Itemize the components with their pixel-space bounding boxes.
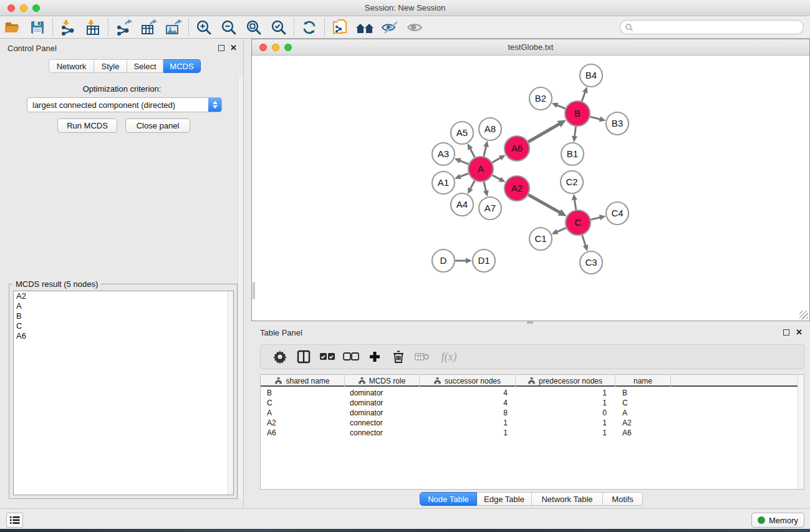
search-field[interactable] — [620, 20, 804, 34]
eye-button[interactable] — [402, 17, 427, 37]
task-history-button[interactable] — [6, 513, 23, 528]
import-network-button[interactable] — [55, 17, 80, 37]
graph-edge[interactable] — [459, 173, 468, 177]
dropdown-stepper-icon[interactable] — [208, 98, 221, 112]
table-settings-button[interactable] — [268, 347, 292, 367]
table-cell[interactable]: connector — [345, 418, 420, 428]
table-cell[interactable]: 1 — [420, 428, 516, 438]
zoom-fit-button[interactable] — [241, 17, 266, 37]
network-graph[interactable]: B4B2BB3B1A5A8A6A3AA1A4A7A2C2CC4C1C3DD1 — [252, 56, 809, 321]
table-cell[interactable]: 1 — [516, 398, 615, 408]
table-cell[interactable]: dominator — [345, 408, 420, 418]
table-cell[interactable]: 8 — [420, 408, 516, 418]
table-row[interactable]: A6connector11A6 — [261, 428, 798, 438]
tab-motifs[interactable]: Motifs — [603, 492, 643, 506]
save-session-button[interactable] — [25, 17, 50, 37]
close-panel-icon[interactable]: ✕ — [230, 43, 237, 52]
tab-network[interactable]: Network — [49, 59, 94, 73]
table-cell[interactable]: B — [615, 388, 671, 398]
mcds-result-item[interactable]: A6 — [14, 331, 233, 341]
export-image-button[interactable] — [161, 17, 186, 37]
table-cell[interactable]: 4 — [420, 398, 516, 408]
table-row[interactable]: A2connector11A2 — [261, 418, 798, 428]
table-row[interactable]: Adominator80A — [261, 408, 798, 418]
tab-node-table[interactable]: Node Table — [420, 492, 477, 506]
float-panel-icon[interactable] — [218, 45, 224, 51]
split-columns-button[interactable] — [292, 347, 316, 367]
graph-edge[interactable] — [484, 145, 486, 156]
table-row[interactable]: Cdominator41C — [261, 398, 798, 408]
column-header-shared-name[interactable]: shared name — [261, 375, 345, 387]
table-cell[interactable]: A — [615, 408, 671, 418]
graph-edge[interactable] — [574, 127, 576, 137]
graph-edge[interactable] — [528, 195, 561, 213]
column-header-mcds-role[interactable]: MCDS role — [345, 375, 420, 387]
table-cell[interactable]: connector — [345, 428, 420, 438]
table-cell[interactable]: A6 — [261, 428, 345, 438]
graph-edge[interactable] — [470, 181, 475, 190]
open-session-button[interactable] — [0, 17, 25, 37]
delete-column-button[interactable] — [387, 347, 410, 367]
eye-slash-button[interactable] — [377, 17, 402, 37]
graph-edge[interactable] — [556, 105, 566, 109]
table-cell[interactable]: B — [261, 388, 345, 398]
network-canvas[interactable]: B4B2BB3B1A5A8A6A3AA1A4A7A2C2CC4C1C3DD1 — [252, 56, 809, 321]
zoom-in-button[interactable] — [191, 17, 216, 37]
table-row[interactable]: Bdominator41B — [261, 388, 798, 398]
table-cell[interactable]: 1 — [516, 428, 615, 438]
close-table-panel-icon[interactable]: ✕ — [796, 327, 803, 337]
column-header-name[interactable]: name — [615, 375, 671, 387]
mcds-result-list[interactable]: A2ABCA6 — [13, 291, 234, 495]
column-header-successor-nodes[interactable]: successor nodes — [420, 375, 516, 387]
tab-network-table[interactable]: Network Table — [532, 492, 603, 506]
graph-edge[interactable] — [591, 217, 600, 220]
graph-edge[interactable] — [574, 199, 576, 210]
table-cell[interactable]: dominator — [345, 398, 420, 408]
graph-edge[interactable] — [484, 181, 486, 191]
graph-edge[interactable] — [590, 117, 600, 119]
document-share-button[interactable] — [327, 17, 352, 37]
list-scrollbar[interactable] — [228, 291, 233, 495]
float-table-panel-icon[interactable] — [783, 329, 789, 336]
tab-style[interactable]: Style — [94, 59, 127, 73]
table-cell[interactable]: A — [261, 408, 345, 418]
mcds-result-item[interactable]: A2 — [14, 291, 233, 301]
table-cell[interactable]: 4 — [420, 388, 516, 398]
graph-edge[interactable] — [459, 160, 468, 164]
tab-edge-table[interactable]: Edge Table — [477, 492, 532, 506]
table-cell[interactable]: 1 — [516, 388, 615, 398]
table-cell[interactable]: A6 — [615, 428, 671, 438]
graph-edge[interactable] — [493, 175, 501, 180]
graph-edge[interactable] — [470, 148, 475, 157]
import-table-button[interactable] — [80, 17, 105, 37]
export-table-button[interactable] — [136, 17, 161, 37]
table-cell[interactable]: dominator — [345, 388, 420, 398]
select-all-columns-button[interactable] — [316, 347, 339, 367]
delete-table-button[interactable] — [410, 347, 434, 367]
optimization-criterion-dropdown[interactable]: largest connected component (directed) — [27, 97, 222, 112]
resize-grip-icon[interactable] — [799, 311, 808, 319]
graph-edge[interactable] — [492, 157, 501, 162]
table-scrollbar[interactable] — [798, 375, 804, 489]
deselect-all-columns-button[interactable] — [339, 347, 363, 367]
canvas-scrollbar[interactable] — [253, 282, 255, 299]
function-builder-button[interactable]: f(x) — [434, 347, 464, 367]
memory-button[interactable]: Memory — [751, 513, 804, 528]
mcds-result-item[interactable]: C — [14, 321, 233, 331]
export-network-button[interactable] — [111, 17, 136, 37]
graph-edge[interactable] — [582, 91, 586, 101]
control-panel-scrollbar[interactable] — [238, 77, 243, 499]
table-cell[interactable]: 1 — [420, 418, 516, 428]
graph-edge[interactable] — [528, 123, 560, 142]
mcds-result-item[interactable]: B — [14, 311, 233, 321]
run-mcds-button[interactable]: Run MCDS — [57, 118, 117, 133]
table-cell[interactable]: C — [615, 398, 671, 408]
add-column-button[interactable] — [363, 347, 387, 367]
graph-edge[interactable] — [556, 228, 566, 232]
table-cell[interactable]: 0 — [516, 408, 615, 418]
search-input[interactable] — [634, 22, 803, 33]
graph-edge[interactable] — [582, 235, 586, 246]
zoom-selected-button[interactable] — [266, 17, 291, 37]
table-cell[interactable]: A2 — [261, 418, 345, 428]
table-cell[interactable]: C — [261, 398, 345, 408]
